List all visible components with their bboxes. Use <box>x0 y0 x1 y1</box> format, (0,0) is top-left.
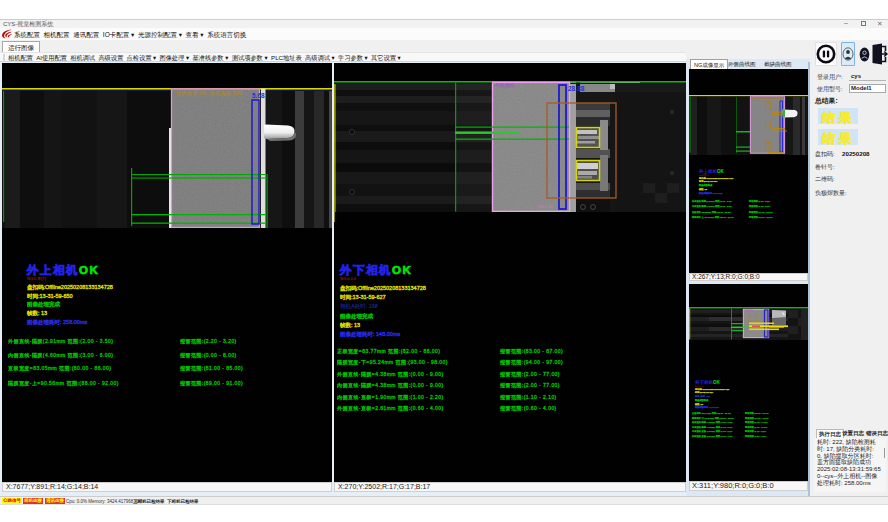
svg-text:NG:2.88: NG:2.88 <box>538 204 554 209</box>
svg-text:28.88: 28.88 <box>568 85 585 92</box>
svg-text:5.68: 5.68 <box>252 92 265 99</box>
svg-text:对比度值:93, 动态阈值:100: 对比度值:93, 动态阈值:100 <box>176 90 242 97</box>
svg-text:AI检测框: AI检测框 <box>495 82 515 89</box>
